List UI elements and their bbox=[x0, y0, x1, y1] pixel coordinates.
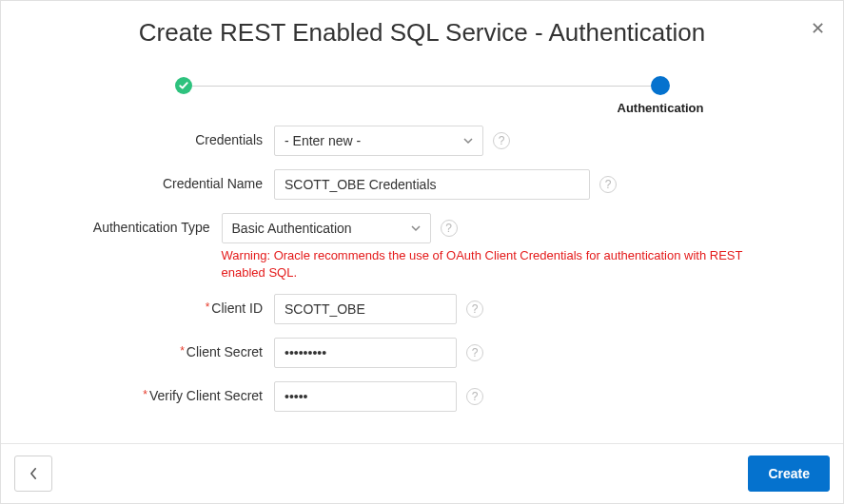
help-icon[interactable]: ? bbox=[466, 388, 483, 405]
close-icon[interactable]: ✕ bbox=[809, 20, 826, 37]
client-secret-input[interactable] bbox=[274, 338, 457, 368]
dialog-title: Create REST Enabled SQL Service - Authen… bbox=[24, 18, 820, 48]
back-button[interactable] bbox=[14, 456, 52, 492]
required-icon: * bbox=[180, 344, 185, 358]
auth-type-label: Authentication Type bbox=[24, 213, 222, 235]
client-secret-label: Client Secret bbox=[186, 344, 263, 359]
credential-name-label: Credential Name bbox=[24, 169, 274, 191]
help-icon[interactable]: ? bbox=[466, 300, 483, 318]
step-active-dot bbox=[651, 76, 670, 95]
help-icon[interactable]: ? bbox=[599, 176, 617, 193]
row-client-secret: *Client Secret ? bbox=[24, 338, 820, 368]
dialog-body: Credentials - Enter new - ? Credential N… bbox=[1, 126, 843, 443]
row-client-id: *Client ID ? bbox=[24, 294, 820, 324]
help-icon[interactable]: ? bbox=[466, 344, 483, 361]
row-credential-name: Credential Name ? bbox=[24, 169, 820, 200]
dialog-footer: Create bbox=[1, 443, 843, 503]
dialog-header: Create REST Enabled SQL Service - Authen… bbox=[1, 1, 843, 55]
row-credentials: Credentials - Enter new - ? bbox=[24, 126, 820, 156]
credential-name-input[interactable] bbox=[274, 169, 590, 200]
row-auth-type: Authentication Type Basic Authentication… bbox=[24, 213, 820, 281]
client-id-label: Client ID bbox=[211, 300, 263, 316]
required-icon: * bbox=[143, 388, 147, 401]
step-active-label: Authentication bbox=[618, 101, 704, 115]
dialog-container: Create REST Enabled SQL Service - Authen… bbox=[0, 0, 844, 504]
create-button[interactable]: Create bbox=[748, 456, 830, 492]
verify-client-secret-label: Verify Client Secret bbox=[149, 388, 263, 403]
help-icon[interactable]: ? bbox=[493, 132, 510, 149]
client-id-input[interactable] bbox=[274, 294, 457, 324]
wizard-stepper: Authentication bbox=[175, 76, 670, 95]
auth-type-select[interactable]: Basic Authentication bbox=[222, 213, 431, 243]
step-complete-icon bbox=[175, 77, 192, 94]
step-connector bbox=[192, 86, 651, 87]
verify-client-secret-input[interactable] bbox=[274, 381, 457, 412]
auth-type-warning: Warning: Oracle recommends the use of OA… bbox=[222, 247, 755, 281]
chevron-left-icon bbox=[29, 467, 38, 480]
credentials-label: Credentials bbox=[24, 126, 274, 147]
required-icon: * bbox=[206, 300, 210, 314]
credentials-select[interactable]: - Enter new - bbox=[274, 126, 483, 156]
help-icon[interactable]: ? bbox=[441, 220, 458, 237]
row-verify-client-secret: *Verify Client Secret ? bbox=[24, 381, 820, 412]
